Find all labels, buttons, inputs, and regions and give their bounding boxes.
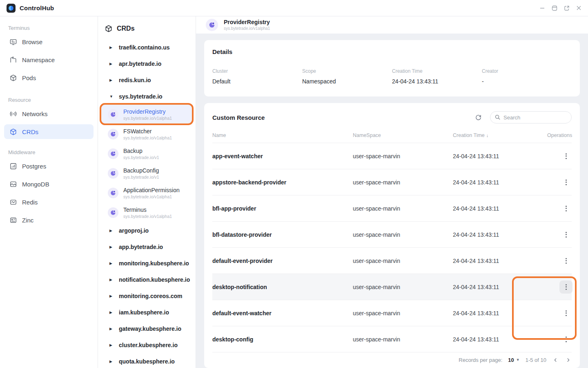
refresh-icon[interactable] — [475, 114, 482, 121]
row-actions-kebab-icon[interactable] — [559, 202, 572, 215]
tree-group-traefik[interactable]: ▶ traefik.containo.us — [98, 39, 196, 56]
column-name[interactable]: Name — [212, 132, 353, 138]
browse-icon — [9, 38, 17, 46]
next-page-icon[interactable] — [565, 357, 572, 363]
search-icon — [494, 114, 501, 122]
sidebar-item-label: CRDs — [22, 128, 38, 135]
table-row-highlighted[interactable]: desktop-notification user-space-marvin 2… — [212, 274, 572, 300]
close-icon[interactable] — [576, 5, 581, 11]
table-row[interactable]: app-event-watcher user-space-marvin 24-0… — [212, 143, 572, 169]
table-header: Name NameSpace Creation Time↓ Operations — [212, 128, 572, 143]
page-size-select[interactable]: 10▼ — [508, 357, 519, 363]
tree-group-app-bytetrade[interactable]: ▶ app.bytetrade.io — [98, 239, 196, 255]
sidebar-item-zinc[interactable]: Zinc — [4, 211, 94, 229]
sidebar-item-label: Namespace — [22, 56, 55, 63]
sidebar-item-crds[interactable]: CRDs — [4, 124, 94, 139]
table-row[interactable]: appstore-backend-provider user-space-mar… — [212, 169, 572, 195]
tree-group-notification-kubesphere[interactable]: ▶ notification.kubesphere.io — [98, 272, 196, 288]
maximize-icon[interactable] — [552, 5, 557, 11]
sidebar-item-redis[interactable]: Redis — [4, 193, 94, 211]
chevron-right-icon: ▶ — [109, 229, 114, 233]
tree-item-terminus[interactable]: Terminussys.bytetrade.io/v1alpha1 — [100, 203, 193, 222]
crds-panel-icon — [105, 25, 113, 33]
sidebar-item-label: Browse — [22, 38, 42, 45]
tree-item-providerregistry[interactable]: ProviderRegistrysys.bytetrade.io/v1alpha… — [100, 105, 193, 124]
postgres-icon — [9, 162, 17, 170]
row-actions-kebab-icon[interactable] — [559, 307, 572, 320]
detail-field-cluster: Cluster Default — [212, 68, 302, 85]
search-input[interactable] — [490, 111, 572, 123]
tree-group-sys-bytetrade[interactable]: ▼ sys.bytetrade.io — [98, 88, 196, 105]
namespace-icon — [9, 56, 17, 64]
mongodb-icon — [9, 180, 17, 188]
sidebar-item-label: MongoDB — [22, 181, 49, 188]
chevron-right-icon: ▶ — [109, 261, 114, 265]
top-bar: ControlHub — [0, 0, 588, 16]
crds-icon — [9, 128, 17, 136]
sidebar-item-networks[interactable]: Networks — [4, 105, 94, 123]
tree-item-fswatcher[interactable]: FSWatchersys.bytetrade.io/v1alpha1 — [100, 124, 193, 144]
popout-icon[interactable] — [564, 5, 570, 11]
row-actions-kebab-icon[interactable] — [559, 333, 572, 346]
sidebar-item-postgres[interactable]: Postgres — [4, 157, 94, 175]
tree-group-monitoring-coreos[interactable]: ▶ monitoring.coreos.com — [98, 288, 196, 304]
sidebar-item-pods[interactable]: Pods — [4, 69, 94, 87]
table-row[interactable]: default-event-watcher user-space-marvin … — [212, 300, 572, 326]
chevron-right-icon: ▶ — [109, 78, 114, 82]
networks-icon — [9, 110, 17, 118]
pagination: Records per page: 10▼ 1-5 of 10 — [212, 352, 572, 367]
tree-group-cluster-kubesphere[interactable]: ▶ cluster.kubesphere.io — [98, 337, 196, 353]
tree-group-quota-kubesphere[interactable]: ▶ quota.kubesphere.io — [98, 353, 196, 368]
tree-item-applicationpermission[interactable]: ApplicationPermissionsys.bytetrade.io/v1… — [100, 183, 193, 203]
chevron-right-icon: ▶ — [109, 359, 114, 364]
crd-kind-icon — [108, 129, 118, 139]
crd-tree-panel: CRDs ▶ traefik.containo.us ▶ apr.bytetra… — [98, 16, 196, 368]
custom-resource-card: Custom Resource Name NameSpace Creation … — [204, 103, 580, 368]
sort-desc-icon: ↓ — [486, 133, 489, 138]
table-row[interactable]: bfl-app-provider user-space-marvin 24-04… — [212, 195, 572, 222]
crd-kind-icon — [108, 148, 118, 159]
row-actions-kebab-icon[interactable] — [559, 150, 572, 163]
redis-icon — [9, 198, 17, 206]
sidebar-item-label: Pods — [22, 74, 36, 81]
page-title: ProviderRegistry — [224, 19, 270, 26]
app-logo — [7, 4, 16, 13]
records-per-page-label: Records per page: — [459, 357, 502, 363]
sidebar-item-mongodb[interactable]: MongoDB — [4, 175, 94, 193]
tree-group-apr[interactable]: ▶ apr.bytetrade.io — [98, 56, 196, 72]
sidebar-section-resource: Resource — [4, 95, 94, 105]
column-creation-time[interactable]: Creation Time↓ — [453, 132, 547, 138]
page-subtitle: sys.bytetrade.io/v1alpha1 — [224, 26, 270, 31]
prev-page-icon[interactable] — [552, 357, 559, 363]
column-namespace[interactable]: NameSpace — [353, 132, 453, 138]
row-actions-kebab-icon[interactable] — [559, 176, 572, 189]
chevron-right-icon: ▶ — [109, 245, 114, 249]
tree-group-iam-kubesphere[interactable]: ▶ iam.kubesphere.io — [98, 304, 196, 321]
tree-group-monitoring-kubesphere[interactable]: ▶ monitoring.kubesphere.io — [98, 255, 196, 272]
row-actions-kebab-icon[interactable] — [559, 254, 572, 267]
table-row[interactable]: default-event-provider user-space-marvin… — [212, 248, 572, 274]
crd-kind-icon — [108, 168, 118, 179]
tree-group-argoproj[interactable]: ▶ argoproj.io — [98, 222, 196, 239]
details-card: Details Cluster Default Scope Namespaced… — [204, 40, 580, 96]
tree-group-gateway-kubesphere[interactable]: ▶ gateway.kubesphere.io — [98, 321, 196, 337]
detail-field-scope: Scope Namespaced — [302, 68, 392, 85]
row-actions-kebab-icon[interactable] — [559, 228, 572, 241]
tree-group-redis-kun[interactable]: ▶ redis.kun.io — [98, 72, 196, 88]
row-actions-kebab-icon[interactable] — [559, 280, 572, 294]
app-title: ControlHub — [20, 4, 54, 11]
chevron-right-icon: ▶ — [109, 45, 114, 49]
tree-item-backup[interactable]: Backupsys.bytetrade.io/v1 — [100, 144, 193, 164]
crd-kind-icon — [108, 188, 118, 198]
tree-item-backupconfig[interactable]: BackupConfigsys.bytetrade.io/v1 — [100, 164, 193, 183]
zinc-icon — [9, 216, 17, 224]
table-row[interactable]: bfl-datastore-provider user-space-marvin… — [212, 222, 572, 248]
sidebar-item-label: Redis — [22, 199, 38, 206]
minimize-icon[interactable] — [539, 5, 545, 11]
detail-field-creator: Creator - — [482, 68, 572, 85]
sidebar-item-namespace[interactable]: Namespace — [4, 51, 94, 69]
page-range: 1-5 of 10 — [526, 357, 546, 363]
sidebar-item-browse[interactable]: Browse — [4, 33, 94, 51]
table-row[interactable]: desktop-config user-space-marvin 24-04-2… — [212, 326, 572, 352]
sidebar-section-terminus: Terminus — [4, 23, 94, 33]
